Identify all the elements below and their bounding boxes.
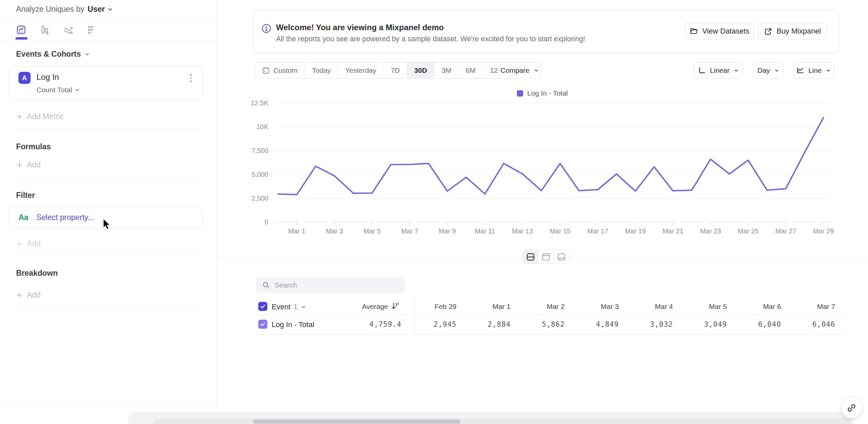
tab-insights[interactable] (16, 25, 26, 35)
scale-dropdown[interactable]: Linear (693, 62, 743, 79)
event-card-log-in[interactable]: A Log In Count Total (9, 66, 203, 100)
svg-text:Mar 21: Mar 21 (662, 228, 683, 235)
divider (16, 177, 202, 177)
date-range-custom[interactable]: Custom (255, 62, 305, 78)
info-icon (261, 24, 271, 34)
tab-retention[interactable] (87, 25, 97, 35)
analyze-label: Analyze Uniques by (16, 5, 84, 14)
toggle-table-view[interactable] (554, 250, 569, 264)
interval-dropdown[interactable]: Day (753, 62, 784, 79)
legend-swatch (517, 90, 523, 97)
check-icon (259, 303, 266, 310)
view-datasets-button[interactable]: View Datasets (685, 23, 754, 39)
event-options-kebab-icon[interactable] (187, 73, 195, 83)
svg-text:10K: 10K (256, 123, 268, 130)
date-column-header: Mar 2 (515, 303, 565, 311)
chart-type-dropdown[interactable]: Line (794, 62, 834, 79)
buy-mixpanel-button[interactable]: Buy Mixpanel (758, 23, 827, 39)
select-all-checkbox[interactable] (258, 302, 267, 311)
insights-line-chart-icon (16, 25, 26, 35)
date-column-header: Feb 29 (406, 303, 457, 311)
add-formula-button[interactable]: Add (16, 160, 40, 170)
svg-text:Mar 23: Mar 23 (700, 228, 721, 235)
line-chart-icon (796, 66, 804, 74)
svg-text:7,500: 7,500 (252, 147, 268, 154)
select-property-link[interactable]: Select property... (36, 213, 94, 222)
svg-text:Mar 5: Mar 5 (364, 228, 381, 235)
chevron-down-icon (826, 68, 831, 73)
date-range-label: Yesterday (345, 66, 376, 74)
divider (16, 255, 202, 255)
toggle-chart-view[interactable] (538, 250, 554, 264)
date-column-header: Mar 4 (622, 303, 673, 311)
events-cohorts-label: Events & Cohorts (16, 50, 81, 59)
breakdown-heading: Breakdown (16, 269, 58, 278)
date-range-yesterday[interactable]: Yesterday (338, 62, 384, 78)
tab-funnels[interactable] (39, 25, 50, 35)
column-separator (414, 298, 414, 334)
date-range-7d[interactable]: 7D (384, 62, 407, 78)
view-layout-toggles (523, 249, 569, 264)
search-input[interactable] (275, 281, 389, 289)
svg-text:Mar 9: Mar 9 (439, 228, 456, 235)
view-datasets-label: View Datasets (702, 27, 749, 35)
breakdown-label: Breakdown (16, 269, 58, 278)
horizontal-scrollbar-thumb[interactable] (253, 420, 461, 424)
table-cell-value: 5,862 (515, 320, 565, 328)
plus-icon (16, 241, 23, 247)
add-breakdown-label: Add (27, 291, 40, 300)
svg-text:0: 0 (265, 218, 268, 226)
search-icon (262, 281, 270, 289)
date-range-label: 30D (414, 66, 427, 74)
mouse-cursor (101, 218, 112, 232)
sort-descending-icon[interactable] (391, 302, 400, 311)
analyze-entity-dropdown[interactable]: User (88, 5, 113, 14)
events-cohorts-heading[interactable]: Events & Cohorts (16, 50, 90, 59)
event-aggregation-dropdown[interactable]: Count Total (36, 86, 80, 94)
table-cell-value: 6,046 (785, 320, 835, 328)
svg-text:Mar 13: Mar 13 (512, 228, 533, 235)
average-label: Average (362, 303, 388, 310)
plus-icon (16, 162, 23, 169)
analyze-entity-value: User (88, 5, 105, 14)
calendar-icon (262, 66, 270, 74)
divider (256, 334, 845, 334)
table-cell-value: 2,945 (406, 320, 457, 328)
date-range-30d[interactable]: 30D (407, 62, 435, 78)
funnels-bars-icon (39, 25, 50, 35)
svg-text:5,000: 5,000 (252, 171, 268, 178)
chevron-down-icon (301, 304, 306, 310)
copy-link-floating-button[interactable] (841, 397, 862, 418)
event-column-dropdown[interactable]: Event 1 (272, 303, 306, 311)
toggle-split-view[interactable] (523, 250, 538, 264)
compare-button[interactable]: Compare (498, 62, 541, 79)
plus-icon (16, 113, 23, 120)
svg-text:Mar 1: Mar 1 (288, 228, 306, 235)
add-metric-button[interactable]: Add Metric (16, 112, 64, 121)
divider (0, 41, 217, 41)
date-range-6m[interactable]: 6M (459, 62, 483, 78)
tab-flows[interactable] (63, 25, 73, 35)
date-range-segmented-control: CustomTodayYesterday7D30D3M6M12M (254, 62, 511, 79)
date-range-3m[interactable]: 3M (434, 62, 459, 78)
date-column-header: Mar 7 (785, 303, 835, 311)
svg-text:Mar 27: Mar 27 (775, 228, 796, 235)
table-cell-value: 3,049 (677, 320, 727, 328)
add-filter-button[interactable]: Add (16, 239, 40, 248)
svg-text:Mar 15: Mar 15 (550, 228, 570, 235)
formulas-heading: Formulas (16, 142, 51, 151)
divider (256, 314, 845, 315)
date-range-label: Custom (273, 66, 298, 74)
average-column-header[interactable]: Average (338, 303, 388, 311)
row-average-value: 4,759.4 (338, 320, 401, 328)
add-breakdown-button[interactable]: Add (16, 291, 40, 300)
add-metric-label: Add Metric (27, 112, 64, 121)
row-checkbox[interactable] (258, 320, 267, 329)
buy-mixpanel-label: Buy Mixpanel (776, 27, 821, 35)
row-series-label: Log In - Total (272, 320, 314, 329)
date-range-today[interactable]: Today (305, 62, 338, 78)
interval-label: Day (757, 66, 770, 74)
date-range-label: 3M (441, 66, 451, 74)
compare-label: Compare (500, 66, 529, 74)
query-builder-sidebar: Analyze Uniques by User (0, 0, 217, 424)
